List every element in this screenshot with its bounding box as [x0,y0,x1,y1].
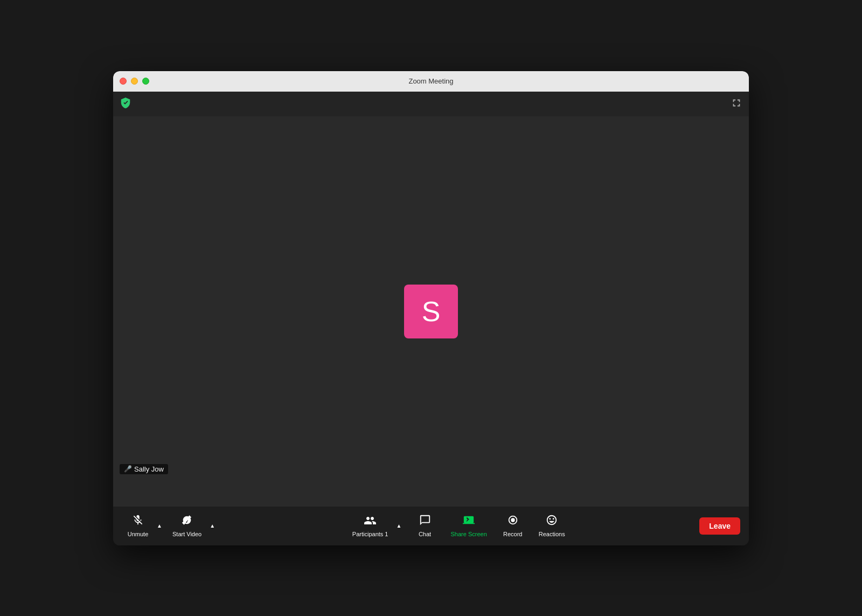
reactions-icon [546,514,558,529]
fullscreen-icon[interactable] [731,97,742,111]
record-label: Record [503,531,522,537]
start-video-group: Start Video ▲ [167,511,218,541]
toolbar-left: Unmute ▲ Start Video ▲ [122,511,218,541]
start-video-label: Start Video [172,531,201,537]
participants-label: Participants 1 [352,531,388,537]
unmute-label: Unmute [128,531,149,537]
toolbar-center: Participants 1 ▲ Chat Share Scr [218,511,699,541]
titlebar: Zoom Meeting [113,71,749,92]
participants-button[interactable]: Participants 1 [347,511,394,541]
zoom-window: Zoom Meeting S 🎤 Sally Jow [113,71,749,545]
svg-point-1 [511,518,515,522]
unmute-chevron[interactable]: ▲ [154,515,165,537]
share-screen-label: Share Screen [451,531,487,537]
window-title: Zoom Meeting [408,77,453,85]
share-screen-button[interactable]: Share Screen [446,511,492,541]
chat-button[interactable]: Chat [409,511,441,541]
muted-indicator: 🎤 [124,465,132,473]
participants-chevron[interactable]: ▲ [394,515,405,537]
toolbar-right: Leave [699,517,740,535]
close-button[interactable] [120,78,127,85]
participant-avatar: S [404,285,458,338]
reactions-label: Reactions [539,531,565,537]
participants-icon [364,514,377,529]
minimize-button[interactable] [131,78,138,85]
chat-icon [419,514,431,529]
leave-button[interactable]: Leave [699,517,740,535]
record-icon [507,514,519,529]
participants-group: Participants 1 ▲ [347,511,405,541]
record-button[interactable]: Record [497,511,529,541]
security-icon[interactable] [120,97,131,111]
video-area: S 🎤 Sally Jow [113,116,749,507]
participant-name: Sally Jow [134,465,164,473]
share-screen-icon [463,514,475,529]
video-off-icon [181,514,193,529]
reactions-button[interactable]: Reactions [533,511,571,541]
traffic-lights [120,78,149,85]
microphone-muted-icon [132,514,144,529]
unmute-group: Unmute ▲ [122,511,165,541]
avatar-letter: S [422,295,441,328]
video-chevron[interactable]: ▲ [207,515,218,537]
start-video-button[interactable]: Start Video [167,511,207,541]
toolbar: Unmute ▲ Start Video ▲ [113,507,749,545]
chat-label: Chat [419,531,431,537]
name-tag: 🎤 Sally Jow [120,464,168,474]
maximize-button[interactable] [142,78,149,85]
topbar [113,92,749,116]
unmute-button[interactable]: Unmute [122,511,154,541]
